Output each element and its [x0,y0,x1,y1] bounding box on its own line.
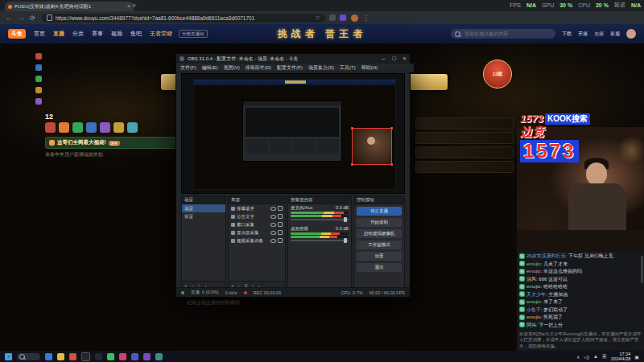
menu-file[interactable]: 文件(F) [180,64,196,72]
bookmark-star-icon[interactable]: ☆ [315,14,320,21]
visibility-icon[interactable] [270,239,276,243]
forward-icon[interactable]: → [18,14,24,22]
action-recharge[interactable]: 充值 [594,31,604,38]
side-widget-row[interactable] [415,132,514,144]
scene-item[interactable]: 背景 [182,212,225,220]
taskbar-icon-qq[interactable] [131,353,138,360]
user-avatar[interactable] [626,29,636,39]
sources-dock-title[interactable]: 来源 [228,195,286,204]
back-icon[interactable]: ← [6,14,12,22]
taskbar-clock[interactable]: 17:24 2024/4/28 [611,352,630,361]
rail-gift-icon[interactable] [35,53,42,60]
chat-user[interactable]: 20岁大汉及时行乐 [526,253,566,258]
preview-webcam-source[interactable] [352,128,392,165]
controls-dock-title[interactable]: 控制按钮 [353,195,405,204]
lock-source-icon[interactable] [278,222,283,227]
taskbar-icon-wechat[interactable] [107,353,114,360]
source-item[interactable]: 显示器采集 [229,228,285,237]
lock-source-icon[interactable] [278,214,283,219]
lock-source-icon[interactable] [278,238,283,243]
close-icon[interactable]: × [399,54,410,64]
menu-edit[interactable]: 编辑(E) [202,64,218,72]
chat-scrollbar[interactable] [641,256,643,283]
new-tab-button[interactable]: + [132,2,136,10]
chat-user[interactable]: emojio [526,269,541,274]
visibility-icon[interactable] [270,231,276,235]
taskbar-icon-chrome[interactable] [69,353,76,360]
rail-shop-icon[interactable] [35,87,42,93]
stop-streaming-button[interactable]: 停止直播 [357,207,402,216]
side-widget-row[interactable] [415,161,514,173]
tray-chevron-icon[interactable]: ∧ [576,354,580,360]
nav-video[interactable]: 视频 [111,30,122,38]
browser-tab[interactable]: PUSU(没带妹)就剩4.鱼吧终结话附1 × [5,2,134,11]
chat-user[interactable]: emojio [526,261,541,266]
menu-profile[interactable]: 配置文件(P) [277,64,303,72]
scenes-dock-title[interactable]: 场景 [181,195,226,204]
search-input[interactable] [463,31,551,37]
rail-rank-icon[interactable] [35,64,42,71]
action-golive[interactable]: 开播 [578,31,588,38]
anniversary-badge[interactable]: 13载 [483,60,512,88]
source-item[interactable]: 公告文字 [229,212,285,220]
source-item[interactable]: 窗口采集 [229,220,285,228]
taskbar-icon-edge[interactable] [45,353,52,360]
visibility-icon[interactable] [270,223,276,227]
source-item[interactable]: 弹幕助手 [229,204,285,212]
all-rooms-chip[interactable]: 全部直播间 [179,30,208,38]
chat-panel[interactable]: 粉20岁大汉及时行乐: 下午好 兄弟们晚上见 粉emojio: 几点了才来 粉e… [517,251,644,351]
browser-profile-avatar[interactable] [351,14,358,22]
notification-center-icon[interactable]: ▣ [634,354,639,360]
refresh-icon[interactable]: ⟳ [30,14,35,22]
lucky-bag-tag[interactable]: 速抢 [109,141,120,146]
taskbar-icon-steam[interactable] [95,353,102,360]
network-icon[interactable]: ▲ [593,354,598,359]
taskbar-icon-music[interactable] [119,353,126,360]
minimize-icon[interactable]: – [378,54,389,64]
scene-item-selected[interactable]: 场景 [182,204,225,212]
exit-button[interactable]: 退出 [357,263,402,272]
quick-tile-rank[interactable] [86,122,97,133]
browser-menu-icon[interactable]: ⋮ [363,14,369,22]
side-widget-row[interactable] [415,146,514,158]
taskbar-search[interactable] [17,353,40,360]
volume-slider[interactable] [291,219,349,220]
chat-user[interactable]: 清风 [526,277,536,282]
side-widget-row[interactable] [415,117,514,130]
nav-live[interactable]: 直播 [53,30,64,38]
nav-category[interactable]: 分类 [72,30,84,38]
douyu-logo[interactable]: 斗鱼 [8,29,26,39]
menu-tools[interactable]: 工具(T) [340,64,356,72]
menu-scene-collection[interactable]: 场景集合(S) [308,64,334,72]
chat-user[interactable]: 天才少年 [526,292,546,297]
quick-tile-wallet[interactable] [114,122,124,133]
action-support[interactable]: 客服 [610,31,620,38]
mixer-dock-title[interactable]: 音量混合器 [287,195,352,204]
virtual-camera-button[interactable]: 启动虚拟摄像机 [357,229,402,238]
lock-source-icon[interactable] [278,206,283,211]
start-button-icon[interactable] [5,353,12,360]
taskbar-icon-explorer[interactable] [57,353,64,360]
taskbar-icon-terminal[interactable] [155,353,163,360]
quick-tile-lottery[interactable] [59,122,69,133]
visibility-icon[interactable] [270,207,276,211]
quick-tile-gift[interactable] [45,122,56,133]
language-indicator[interactable]: 英 [602,353,607,360]
nav-home[interactable]: 首页 [34,30,45,38]
tab-close-icon[interactable]: × [127,4,130,9]
chat-user[interactable]: 小鱼干 [526,307,541,312]
chat-user[interactable]: 阿伟 [526,323,536,327]
chat-user[interactable]: emojio [526,284,541,289]
taskbar-icon-game[interactable] [143,353,151,360]
obs-preview-canvas[interactable] [181,73,405,194]
site-search[interactable] [451,29,555,39]
chat-user[interactable]: emojio [526,315,541,319]
menu-view[interactable]: 视图(V) [224,64,240,72]
volume-icon[interactable]: ◁) [584,354,589,360]
lucky-bag-banner[interactable]: 这哥们全网最大福袋! 速抢 [45,137,188,149]
quick-tile-more[interactable] [127,122,138,133]
start-recording-button[interactable]: 开始录制 [357,218,402,227]
menu-docks[interactable]: 停靠部件(D) [246,64,271,72]
nav-yuba[interactable]: 鱼吧 [130,30,142,38]
visibility-icon[interactable] [270,215,276,219]
